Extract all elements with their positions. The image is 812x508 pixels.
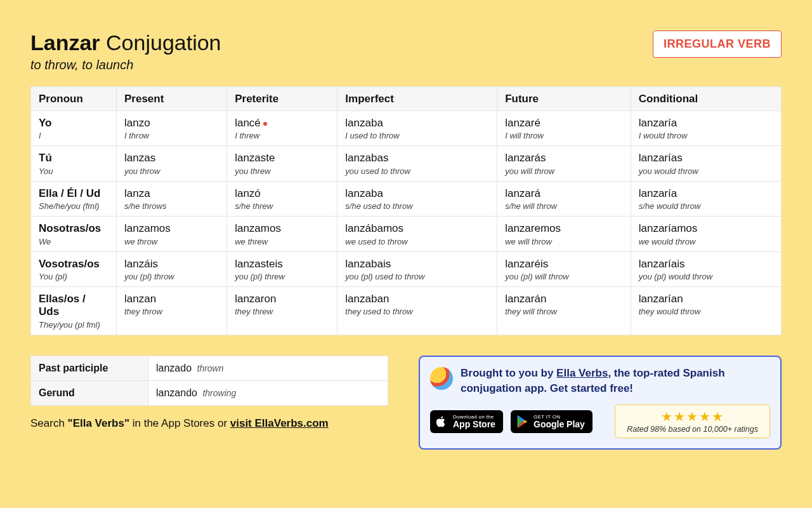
conjugation-cell: lanzamoswe threw bbox=[227, 217, 337, 251]
promo-text: Brought to you by Ella Verbs, the top-ra… bbox=[461, 366, 770, 397]
conjugation-cell: lanzaránthey will throw bbox=[497, 286, 631, 335]
conjugation-cell: lancéI threw bbox=[227, 111, 337, 146]
table-row: TúYoulanzasyou throwlanzasteyou threwlan… bbox=[31, 146, 782, 181]
pronoun-cell: Ella / Él / UdShe/he/you (fml) bbox=[31, 181, 117, 216]
conjugation-cell: lanzabaisyou (pl) used to throw bbox=[337, 251, 497, 286]
forms-table: Past participlelanzado thrownGerundlanza… bbox=[30, 356, 388, 406]
conjugation-cell: lanzarías/he would throw bbox=[631, 181, 781, 216]
table-row: Ella / Él / UdShe/he/you (fml)lanzas/he … bbox=[31, 181, 782, 216]
column-header: Imperfect bbox=[337, 87, 497, 111]
conjugation-cell: lanzaréisyou (pl) will throw bbox=[497, 251, 631, 286]
conjugation-cell: lanzábamoswe used to throw bbox=[337, 217, 497, 251]
irregular-badge: IRREGULAR VERB bbox=[653, 30, 782, 58]
conjugation-cell: lanzasteyou threw bbox=[227, 146, 337, 181]
conjugation-cell: lanzaríanthey would throw bbox=[631, 286, 781, 335]
page-title: Lanzar Conjugation bbox=[30, 30, 221, 55]
conjugation-cell: lanzaríamoswe would throw bbox=[631, 217, 781, 251]
verb-translation: to throw, to launch bbox=[30, 58, 221, 72]
column-header: Future bbox=[497, 87, 631, 111]
google-play-button[interactable]: GET IT ON Google Play bbox=[511, 410, 593, 433]
conjugation-cell: lanzaremoswe will throw bbox=[497, 217, 631, 251]
conjugation-cell: lanzamoswe throw bbox=[117, 217, 227, 251]
promo-app-icon bbox=[430, 367, 453, 390]
table-row: Vosotras/osYou (pl)lanzáisyou (pl) throw… bbox=[31, 251, 782, 286]
conjugation-cell: lanzarás/he will throw bbox=[497, 181, 631, 216]
conjugation-cell: lanzáisyou (pl) throw bbox=[117, 251, 227, 286]
form-row: Gerundlanzando throwing bbox=[31, 380, 388, 405]
conjugation-cell: lanzanthey throw bbox=[117, 286, 227, 335]
apple-icon bbox=[436, 415, 447, 428]
conjugation-cell: lanzasyou throw bbox=[117, 146, 227, 181]
pronoun-cell: Vosotras/osYou (pl) bbox=[31, 251, 117, 286]
form-row: Past participlelanzado thrown bbox=[31, 356, 388, 380]
conjugation-cell: lanzasteisyou (pl) threw bbox=[227, 251, 337, 286]
conjugation-cell: lanzaríasyou would throw bbox=[631, 146, 781, 181]
pronoun-cell: YoI bbox=[31, 111, 117, 146]
promo-box: Brought to you by Ella Verbs, the top-ra… bbox=[419, 356, 782, 450]
conjugation-cell: lanzaronthey threw bbox=[227, 286, 337, 335]
conjugation-cell: lanzabasyou used to throw bbox=[337, 146, 497, 181]
table-row: Ellas/os / UdsThey/you (pl fml)lanzanthe… bbox=[31, 286, 782, 335]
conjugation-cell: lanzaríaI would throw bbox=[631, 111, 781, 146]
conjugation-cell: lanzarásyou will throw bbox=[497, 146, 631, 181]
column-header: Preterite bbox=[227, 87, 337, 111]
column-header: Pronoun bbox=[31, 87, 117, 111]
conjugation-cell: lanzas/he throws bbox=[117, 181, 227, 216]
rating-box: ★★★★★ Rated 98% based on 10,000+ ratings bbox=[615, 404, 770, 438]
pronoun-cell: Nosotras/osWe bbox=[31, 217, 117, 251]
conjugation-cell: lanzabas/he used to throw bbox=[337, 181, 497, 216]
conjugation-cell: lanzabaI used to throw bbox=[337, 111, 497, 146]
pronoun-cell: Ellas/os / UdsThey/you (pl fml) bbox=[31, 286, 117, 335]
play-icon bbox=[516, 415, 528, 428]
conjugation-cell: lanzaréI will throw bbox=[497, 111, 631, 146]
table-row: Nosotras/osWelanzamoswe throwlanzamoswe … bbox=[31, 217, 782, 251]
pronoun-cell: TúYou bbox=[31, 146, 117, 181]
column-header: Conditional bbox=[631, 87, 781, 111]
conjugation-cell: lanzabanthey used to throw bbox=[337, 286, 497, 335]
star-icons: ★★★★★ bbox=[627, 409, 758, 424]
conjugation-cell: lanzoI throw bbox=[117, 111, 227, 146]
conjugation-cell: lanzaríaisyou (pl) would throw bbox=[631, 251, 781, 286]
irregular-dot-icon bbox=[263, 122, 267, 126]
search-line: Search "Ella Verbs" in the App Stores or… bbox=[30, 417, 388, 430]
table-row: YoIlanzoI throwlancéI threwlanzabaI used… bbox=[31, 111, 782, 146]
ella-verbs-link[interactable]: Ella Verbs bbox=[556, 367, 608, 379]
conjugation-cell: lanzós/he threw bbox=[227, 181, 337, 216]
app-store-button[interactable]: Download on the App Store bbox=[430, 410, 503, 433]
column-header: Present bbox=[117, 87, 227, 111]
conjugation-table: PronounPresentPreteriteImperfectFutureCo… bbox=[30, 86, 782, 335]
visit-link[interactable]: visit EllaVerbs.com bbox=[230, 417, 329, 429]
